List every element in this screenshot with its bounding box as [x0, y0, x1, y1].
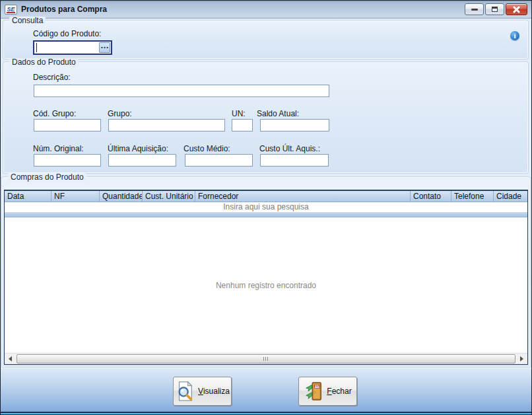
grupo-input[interactable] [108, 119, 225, 132]
visualiza-label: Visualiza [198, 387, 230, 396]
horizontal-scrollbar[interactable] [5, 353, 527, 364]
maximize-button[interactable] [485, 3, 504, 15]
group-consulta: Consulta Código do Produto: … i [3, 20, 528, 59]
window-bottom-accent [1, 413, 531, 414]
custo-medio-label: Custo Médio: [183, 144, 230, 153]
svg-text:EXIT: EXIT [314, 385, 320, 388]
grupo-label: Grupo: [108, 109, 132, 118]
maximize-icon [492, 7, 498, 12]
group-dados-produto: Dados do Produto Descrição: Cód. Grupo: … [3, 62, 528, 173]
grid-header-row: Data NF Quantidade Cust. Unitário Fornec… [5, 190, 527, 202]
empty-records-message: Nenhum registro encontrado [216, 281, 316, 290]
custo-ult-aquis-label: Custo Últ. Aquis.: [259, 144, 320, 153]
app-logo-icon: SE [5, 5, 17, 15]
num-original-label: Núm. Original: [33, 144, 84, 153]
column-header-quantidade[interactable]: Quantidade [99, 191, 142, 202]
grid-group-band [5, 213, 527, 217]
group-compras-legend: Compras do Produto [8, 173, 86, 182]
exit-door-icon: EXIT [304, 381, 323, 402]
column-header-contato[interactable]: Contato [410, 191, 451, 202]
scrollbar-track[interactable] [16, 354, 516, 364]
un-input[interactable] [232, 119, 253, 132]
fechar-label: Fechar [327, 387, 351, 396]
scroll-right-arrow-icon [520, 356, 523, 361]
window-title: Produtos para Compra [21, 5, 107, 14]
column-header-cidade[interactable]: Cidade [493, 191, 527, 202]
close-button[interactable] [506, 3, 527, 15]
lookup-ellipsis-button[interactable]: … [99, 42, 110, 53]
descricao-label: Descrição: [33, 73, 71, 82]
codigo-produto-field: … [33, 40, 112, 55]
column-header-cust-unitario[interactable]: Cust. Unitário [142, 191, 195, 202]
minimize-button[interactable] [465, 3, 484, 15]
group-consulta-legend: Consulta [9, 17, 46, 25]
group-dados-legend: Dados do Produto [9, 58, 79, 67]
grid-body: Nenhum registro encontrado [5, 217, 527, 353]
title-bar[interactable]: SE Produtos para Compra [1, 1, 531, 19]
ultima-aquisicao-label: Última Aquisição: [108, 144, 168, 153]
un-label: UN: [232, 109, 246, 118]
column-header-nf[interactable]: NF [51, 191, 99, 202]
cod-grupo-label: Cód. Grupo: [33, 109, 76, 118]
descricao-input[interactable] [34, 85, 329, 97]
num-original-input[interactable] [34, 154, 101, 167]
scroll-left-button[interactable] [5, 354, 16, 364]
saldo-atual-input[interactable] [260, 119, 329, 132]
visualiza-button[interactable]: Visualiza [173, 377, 232, 406]
ultima-aquisicao-input[interactable] [108, 154, 176, 167]
saldo-atual-label: Saldo Atual: [257, 109, 299, 118]
app-window: SE Produtos para Compra Consulta Código … [0, 0, 532, 415]
column-header-fornecedor[interactable]: Fornecedor [195, 191, 410, 202]
group-compras-produto: Compras do Produto Data NF Quantidade Cu… [2, 177, 530, 367]
cod-grupo-input[interactable] [34, 119, 101, 132]
info-icon[interactable]: i [510, 31, 519, 40]
minimize-icon [471, 9, 478, 11]
text-caret [36, 43, 37, 52]
window-controls [465, 3, 527, 15]
scroll-right-button[interactable] [516, 354, 527, 364]
scroll-left-arrow-icon [9, 356, 12, 361]
fechar-button[interactable]: EXIT Fechar [298, 377, 357, 406]
custo-medio-input[interactable] [185, 154, 253, 167]
close-icon [513, 6, 520, 13]
compras-grid: Data NF Quantidade Cust. Unitário Fornec… [4, 190, 528, 365]
column-header-telefone[interactable]: Telefone [451, 191, 493, 202]
preview-document-magnifier-icon [175, 381, 195, 402]
scrollbar-thumb[interactable] [17, 354, 515, 363]
column-header-data[interactable]: Data [5, 191, 51, 202]
codigo-produto-input[interactable] [34, 42, 99, 54]
footer-panel: Visualiza EXIT Fechar [1, 368, 531, 412]
custo-ult-aquis-input[interactable] [260, 154, 329, 167]
codigo-produto-label: Código do Produto: [33, 29, 101, 38]
grid-search-row[interactable]: Insira aqui sua pesquisa [5, 202, 527, 213]
